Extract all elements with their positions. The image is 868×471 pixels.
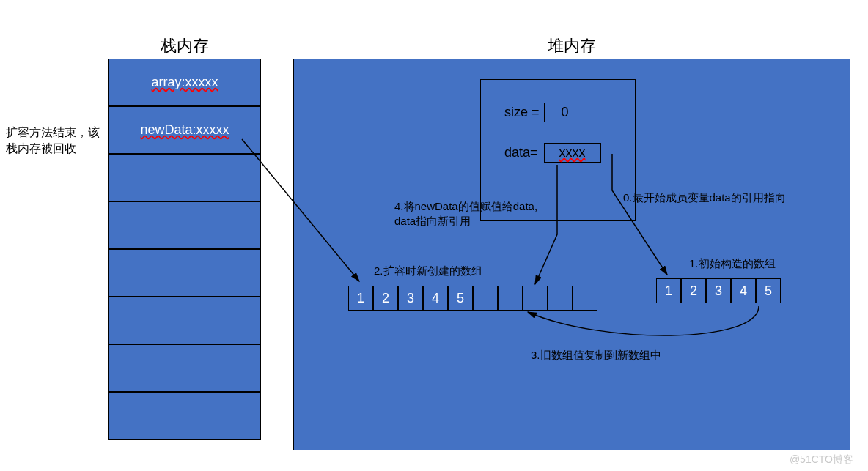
stack-frame-array-label: array:xxxxx	[151, 75, 218, 90]
object-size-row: size = 0	[504, 103, 586, 122]
cell: 4	[731, 278, 756, 303]
label-4-line2: data指向新引用	[394, 215, 471, 227]
label-0: 0.最开始成员变量data的引用指向	[623, 190, 828, 205]
cell: 2	[373, 286, 398, 311]
stack-memory: array:xxxxx newData:xxxxx	[108, 59, 261, 440]
object-data-value: xxxx	[544, 143, 601, 163]
object-data-label: data=	[504, 145, 538, 160]
stack-frame-newdata-label: newData:xxxxx	[140, 122, 229, 138]
cell: 5	[756, 278, 781, 303]
stack-frame-newdata: newData:xxxxx	[108, 106, 261, 154]
cell: 1	[348, 286, 373, 311]
stack-frame-empty	[108, 392, 261, 440]
cell	[548, 286, 573, 311]
cell	[523, 286, 548, 311]
heap-title: 堆内存	[293, 35, 850, 57]
cell	[573, 286, 597, 311]
stack-frame-empty	[108, 154, 261, 201]
cell: 5	[448, 286, 473, 311]
cell	[473, 286, 498, 311]
old-array: 1 2 3 4 5	[656, 278, 781, 303]
stack-frame-empty	[108, 201, 261, 249]
stack-frame-empty	[108, 249, 261, 297]
object-size-label: size =	[504, 105, 540, 120]
label-2: 2.扩容时新创建的数组	[374, 264, 482, 278]
label-1: 1.初始构造的数组	[689, 256, 776, 271]
watermark: @51CTO博客	[790, 453, 853, 467]
stack-frame-empty	[108, 344, 261, 392]
cell	[498, 286, 523, 311]
stack-frame-array: array:xxxxx	[108, 59, 261, 106]
cell: 4	[423, 286, 448, 311]
label-3: 3.旧数组值复制到新数组中	[531, 348, 661, 363]
stack-title: 栈内存	[108, 35, 261, 57]
label-4-line1: 4.将newData的值赋值给data,	[394, 200, 537, 212]
stack-gc-note: 扩容方法结束，该栈内存被回收	[6, 125, 101, 156]
cell: 2	[681, 278, 706, 303]
cell: 3	[398, 286, 423, 311]
object-data-row: data= xxxx	[504, 143, 601, 163]
stack-frame-empty	[108, 297, 261, 344]
cell: 3	[706, 278, 731, 303]
object-size-value: 0	[544, 103, 586, 122]
label-4: 4.将newData的值赋值给data, data指向新引用	[394, 199, 556, 229]
diagram-canvas: 栈内存 堆内存 扩容方法结束，该栈内存被回收 array:xxxxx newDa…	[0, 0, 868, 471]
new-array: 1 2 3 4 5	[348, 286, 597, 311]
cell: 1	[656, 278, 681, 303]
